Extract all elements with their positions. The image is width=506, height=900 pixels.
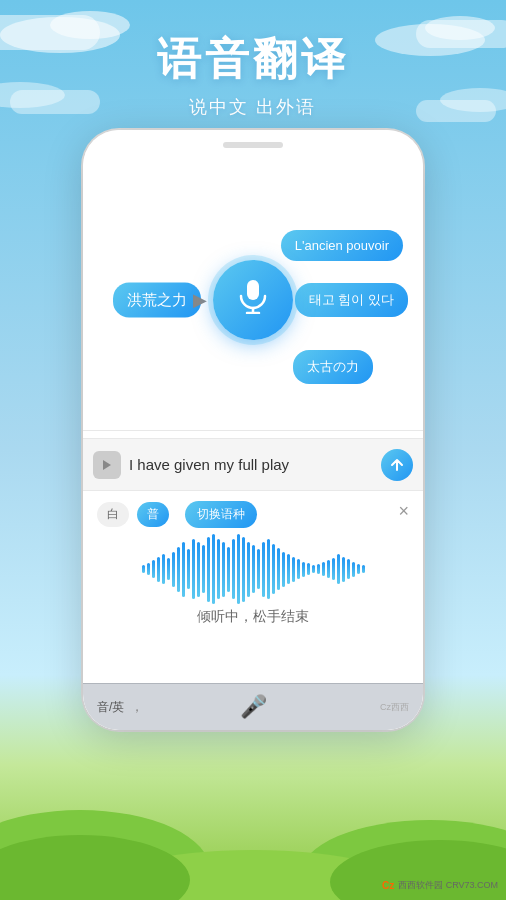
wave-bar-25 <box>267 539 270 599</box>
keyboard-watermark: Cz西西 <box>380 701 409 714</box>
wave-bar-11 <box>197 542 200 597</box>
wave-bar-32 <box>302 562 305 577</box>
wave-bar-43 <box>357 564 360 574</box>
wave-bar-0 <box>142 565 145 573</box>
lang-btn-bai[interactable]: 白 <box>97 502 129 527</box>
wave-bar-33 <box>307 563 310 575</box>
watermark: Cz 西西软件园 CRV73.COM <box>382 879 498 892</box>
voice-panel-close-btn[interactable]: × <box>398 501 409 522</box>
wave-bar-13 <box>207 537 210 602</box>
wave-bar-26 <box>272 544 275 594</box>
wave-bar-28 <box>282 552 285 587</box>
bubble-chinese: 洪荒之力 <box>113 283 201 318</box>
keyboard-bottom: 音/英 ， 🎤 Cz西西 <box>83 683 423 730</box>
wave-bar-8 <box>182 542 185 597</box>
wave-bar-7 <box>177 547 180 592</box>
header-section: 语音翻译 说中文 出外语 <box>0 30 506 119</box>
text-input[interactable]: I have given my full play <box>129 456 373 473</box>
wave-bar-30 <box>292 557 295 582</box>
listening-text: 倾听中，松手结束 <box>83 608 423 626</box>
wave-bar-1 <box>147 563 150 575</box>
wave-bar-17 <box>227 547 230 592</box>
sub-title: 说中文 出外语 <box>0 95 506 119</box>
watermark-text: 西西软件园 CRV73.COM <box>398 879 498 892</box>
wave-bar-41 <box>347 559 350 579</box>
keyboard-lang-label: 音/英 <box>97 699 124 716</box>
arrow-left-icon: ▶ <box>193 289 207 311</box>
wave-bar-14 <box>212 534 215 604</box>
wave-bar-19 <box>237 534 240 604</box>
wave-bar-22 <box>252 545 255 593</box>
phone-top-bar <box>223 142 283 148</box>
input-area: I have given my full play <box>83 438 423 490</box>
svg-rect-12 <box>247 280 259 300</box>
wave-bar-6 <box>172 552 175 587</box>
mic-icon <box>237 278 269 322</box>
wave-bar-4 <box>162 554 165 584</box>
bubble-korean: 태고 힘이 있다 <box>295 283 408 317</box>
wave-bar-9 <box>187 549 190 589</box>
wave-bar-42 <box>352 562 355 577</box>
submit-btn[interactable] <box>381 449 413 481</box>
wave-bar-24 <box>262 542 265 597</box>
voice-panel-header: 白 普 切换语种 × <box>83 491 423 534</box>
divider <box>83 430 423 431</box>
keyboard-mic-icon[interactable]: 🎤 <box>240 694 267 720</box>
wave-bar-37 <box>327 560 330 578</box>
svg-marker-15 <box>103 460 111 470</box>
keyboard-separator: ， <box>130 698 144 716</box>
wave-bar-21 <box>247 542 250 597</box>
send-direction-btn[interactable] <box>93 451 121 479</box>
wave-bar-5 <box>167 558 170 580</box>
wave-bar-23 <box>257 549 260 589</box>
phone-mockup: 洪荒之力 ▶ ▶ <box>83 130 423 730</box>
wave-bar-36 <box>322 562 325 576</box>
wave-bar-31 <box>297 559 300 579</box>
wave-bar-44 <box>362 565 365 573</box>
phone-inner: 洪荒之力 ▶ ▶ <box>83 130 423 730</box>
wave-bar-18 <box>232 539 235 599</box>
watermark-logo: Cz <box>382 880 394 891</box>
wave-bar-39 <box>337 554 340 584</box>
wave-bar-15 <box>217 539 220 599</box>
voice-panel: 白 普 切换语种 × 倾听中，松手结束 <box>83 490 423 683</box>
wave-bar-10 <box>192 539 195 599</box>
bubble-french: L'ancien pouvoir <box>281 230 403 261</box>
mic-button[interactable] <box>213 260 293 340</box>
wave-bar-20 <box>242 537 245 602</box>
lang-btn-pu[interactable]: 普 <box>137 502 169 527</box>
wave-bar-40 <box>342 557 345 582</box>
wave-bar-2 <box>152 560 155 578</box>
wave-bar-29 <box>287 554 290 584</box>
main-title: 语音翻译 <box>0 30 506 89</box>
waveform <box>83 534 423 604</box>
wave-bar-34 <box>312 565 315 573</box>
wave-bar-3 <box>157 557 160 582</box>
translation-area: 洪荒之力 ▶ ▶ <box>83 170 423 430</box>
wave-bar-16 <box>222 542 225 597</box>
switch-lang-btn[interactable]: 切换语种 <box>185 501 257 528</box>
bubble-japanese: 太古の力 <box>293 350 373 384</box>
wave-bar-12 <box>202 545 205 593</box>
wave-bar-35 <box>317 564 320 574</box>
wave-bar-27 <box>277 548 280 590</box>
wave-bar-38 <box>332 558 335 580</box>
